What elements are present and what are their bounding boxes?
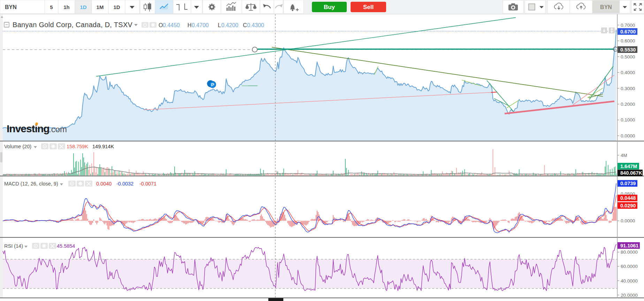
svg-text:45.5854: 45.5854 bbox=[57, 243, 75, 249]
svg-text:0.0448: 0.0448 bbox=[620, 195, 636, 201]
svg-text:0.4200: 0.4200 bbox=[221, 22, 238, 28]
svg-text:1D: 1D bbox=[80, 4, 86, 10]
svg-text:O: O bbox=[159, 22, 163, 28]
svg-text:158.759K: 158.759K bbox=[67, 144, 88, 149]
svg-text:0.0290: 0.0290 bbox=[620, 203, 636, 208]
svg-text:0.5530: 0.5530 bbox=[620, 47, 636, 53]
svg-text:1M: 1M bbox=[97, 4, 104, 10]
svg-text:0.0739: 0.0739 bbox=[620, 181, 636, 186]
svg-text:0.0040: 0.0040 bbox=[96, 181, 112, 187]
svg-text:Investing: Investing bbox=[7, 123, 49, 134]
svg-text:80.0000: 80.0000 bbox=[621, 249, 638, 255]
svg-text:0.4300: 0.4300 bbox=[247, 22, 264, 28]
svg-text:RSI (14): RSI (14) bbox=[4, 243, 23, 249]
svg-text:0.2000: 0.2000 bbox=[621, 102, 635, 107]
svg-text:20.0000: 20.0000 bbox=[621, 293, 638, 298]
svg-text:0.6000: 0.6000 bbox=[621, 38, 635, 43]
svg-text:Volume (20): Volume (20) bbox=[4, 144, 31, 149]
svg-text:0.7000: 0.7000 bbox=[621, 23, 635, 28]
svg-text:840.067K: 840.067K bbox=[620, 170, 642, 176]
svg-text:1.647M: 1.647M bbox=[620, 164, 637, 169]
svg-text:.com: .com bbox=[49, 125, 67, 134]
svg-text:5: 5 bbox=[50, 4, 53, 10]
svg-text:0.3000: 0.3000 bbox=[621, 86, 635, 91]
svg-text:60.0000: 60.0000 bbox=[621, 264, 638, 269]
svg-text:0.6700: 0.6700 bbox=[620, 29, 636, 34]
svg-text:0.0000: 0.0000 bbox=[621, 218, 635, 223]
svg-text:MACD (12, 26, close, 9): MACD (12, 26, close, 9) bbox=[4, 181, 58, 187]
svg-text:BYN: BYN bbox=[5, 4, 17, 10]
svg-text:Banyan Gold Corp, Canada, D, T: Banyan Gold Corp, Canada, D, TSXV bbox=[13, 21, 133, 29]
svg-text:0.1000: 0.1000 bbox=[621, 117, 635, 122]
svg-text:P: P bbox=[211, 82, 214, 87]
svg-text:1D: 1D bbox=[113, 4, 120, 10]
svg-text:0.4000: 0.4000 bbox=[621, 70, 635, 75]
svg-text:149.914K: 149.914K bbox=[92, 144, 114, 149]
svg-text:BYN: BYN bbox=[600, 4, 612, 10]
svg-text:0.4450: 0.4450 bbox=[163, 22, 180, 28]
svg-text:H: H bbox=[187, 22, 192, 28]
svg-text:40.0000: 40.0000 bbox=[621, 278, 638, 284]
svg-text:0.5000: 0.5000 bbox=[621, 54, 635, 60]
svg-text:Sell: Sell bbox=[363, 4, 374, 10]
svg-text:0.4700: 0.4700 bbox=[192, 22, 209, 28]
svg-text:0.0000: 0.0000 bbox=[621, 133, 635, 138]
svg-text:1h: 1h bbox=[63, 4, 70, 10]
svg-text:L: L bbox=[218, 22, 221, 28]
svg-text:4M: 4M bbox=[621, 153, 627, 158]
svg-text:Buy: Buy bbox=[324, 4, 335, 10]
svg-text:C: C bbox=[243, 22, 247, 28]
svg-text:-0.0032: -0.0032 bbox=[116, 181, 133, 187]
svg-text:-0.0071: -0.0071 bbox=[139, 181, 156, 187]
svg-text:91.1061: 91.1061 bbox=[620, 243, 638, 248]
